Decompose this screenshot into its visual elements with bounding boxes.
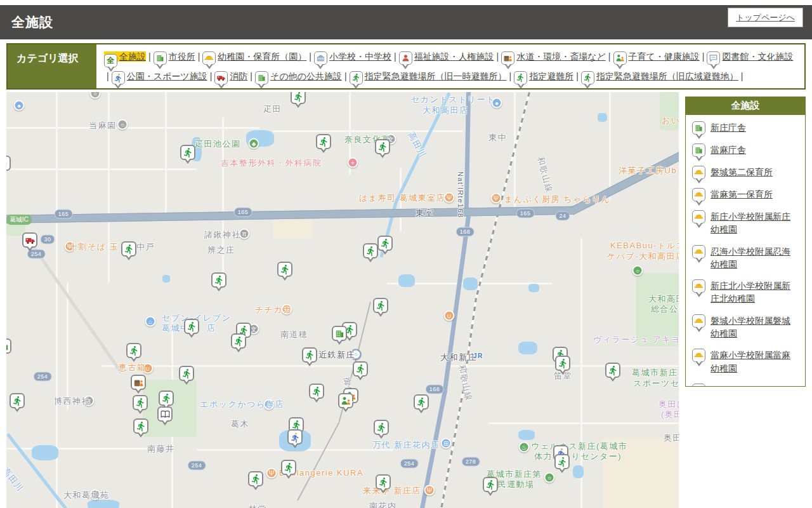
separator: | bbox=[344, 71, 347, 81]
runner-marker[interactable] bbox=[133, 418, 148, 434]
cart-poi-icon: ⊞ bbox=[441, 438, 452, 449]
map-label: はま寿司 葛城東室店 bbox=[359, 192, 445, 204]
building-marker[interactable] bbox=[6, 338, 11, 354]
map-label: 大和高田店 bbox=[422, 105, 469, 116]
runner-marker[interactable] bbox=[291, 92, 306, 104]
runner-marker[interactable] bbox=[377, 236, 393, 251]
runner-marker[interactable] bbox=[414, 394, 429, 410]
runner-marker[interactable] bbox=[277, 262, 292, 277]
lock-poi-icon: ● bbox=[14, 100, 25, 111]
childcare-marker[interactable] bbox=[338, 393, 353, 408]
map-road-shape bbox=[609, 92, 611, 200]
facility-link-7[interactable]: 新庄北小学校附属新庄北幼稚園 bbox=[710, 279, 799, 305]
category-link-2[interactable]: 市役所 bbox=[154, 51, 195, 62]
facility-link-4[interactable]: 當麻第一保育所 bbox=[710, 188, 773, 201]
map-label: ケバブ-大和高田店 bbox=[607, 251, 679, 262]
graydot-poi-icon: ○ bbox=[117, 119, 128, 130]
greendot-poi-icon: ○ bbox=[544, 472, 555, 483]
category-link-6[interactable]: 水道・環境・斎場など bbox=[501, 51, 606, 62]
category-link-7[interactable]: 子育て・健康施設 bbox=[613, 51, 700, 62]
map-label: 大和新庄 bbox=[440, 352, 477, 363]
waste-marker[interactable] bbox=[131, 375, 146, 390]
facility-link-6[interactable]: 忍海小学校附属忍海幼稚園 bbox=[710, 245, 799, 271]
page-title: 全施設 bbox=[11, 13, 53, 31]
runner-marker[interactable] bbox=[605, 363, 620, 378]
category-link-13[interactable]: 指定避難所 bbox=[514, 71, 573, 81]
map-pond-shape bbox=[463, 277, 478, 290]
category-link-8[interactable]: 図書館・文化施設 bbox=[707, 51, 793, 62]
map-label: 辨之庄 bbox=[207, 244, 235, 256]
runner-marker[interactable] bbox=[6, 156, 11, 171]
category-link-12[interactable]: 指定緊急避難場所（旧一時避難所） bbox=[350, 71, 507, 81]
route-shield-165: 165 bbox=[234, 208, 252, 217]
category-link-14[interactable]: 指定緊急避難場所（旧広域避難地） bbox=[581, 71, 738, 81]
runner-marker[interactable] bbox=[179, 366, 194, 381]
runner-marker[interactable] bbox=[353, 361, 368, 377]
facility-link-5[interactable]: 新庄小学校附属新庄幼稚園 bbox=[710, 210, 799, 236]
facility-list: 新庄庁舎當麻庁舎磐城第二保育所當麻第一保育所新庄小学校附属新庄幼稚園忍海小学校附… bbox=[685, 115, 806, 387]
runner-marker[interactable] bbox=[309, 384, 324, 399]
separator: | bbox=[497, 51, 499, 62]
runner-marker[interactable] bbox=[248, 471, 263, 486]
runner-marker[interactable] bbox=[121, 241, 136, 257]
runner-marker[interactable] bbox=[374, 420, 389, 435]
runner-marker[interactable] bbox=[184, 319, 199, 334]
runner-marker[interactable] bbox=[483, 477, 498, 492]
category-link-9[interactable]: 公園・スポーツ施設 bbox=[112, 71, 207, 81]
facility-link-8[interactable]: 磐城小学校附属磐城幼稚園 bbox=[710, 314, 799, 340]
category-link-5[interactable]: 福祉施設・人権施設 bbox=[399, 51, 494, 62]
map-beige-shape bbox=[273, 216, 312, 239]
route-shield-165: 165 bbox=[516, 209, 535, 218]
separator: | bbox=[198, 51, 200, 62]
runner-icon bbox=[581, 71, 594, 84]
runner-marker[interactable] bbox=[363, 243, 378, 258]
map-pond-shape bbox=[518, 430, 535, 440]
map-label: 和歌山線 bbox=[535, 156, 555, 194]
category-link-3[interactable]: 幼稚園・保育所（園） bbox=[202, 51, 306, 62]
facility-list-item: 當麻小学校附属當麻幼稚園 bbox=[692, 349, 799, 375]
facility-link-3[interactable]: 磐城第二保育所 bbox=[710, 166, 773, 179]
runner-marker[interactable] bbox=[376, 474, 391, 490]
category-link-1[interactable]: 全全施設 bbox=[104, 51, 146, 62]
map-label: スポーツセン bbox=[633, 378, 679, 389]
map-label: 南花内 bbox=[369, 500, 397, 508]
facility-link-9[interactable]: 當麻小学校附属當麻幼稚園 bbox=[710, 349, 799, 375]
runner-marker[interactable] bbox=[281, 460, 296, 475]
tree-poi-icon: ♣ bbox=[249, 138, 259, 149]
facility-link-2[interactable]: 當麻庁舎 bbox=[710, 144, 746, 157]
runner-marker[interactable] bbox=[159, 391, 174, 406]
runner-marker[interactable] bbox=[211, 272, 226, 288]
runner-marker[interactable] bbox=[373, 298, 388, 313]
route-shield-254: 254 bbox=[188, 461, 206, 471]
separator: | bbox=[250, 71, 252, 81]
map-pond-shape bbox=[162, 275, 170, 283]
map-label: 奥田 bbox=[664, 432, 679, 444]
facility-map[interactable]: 3016516516524168168254254254254278○●●○文♣… bbox=[6, 92, 679, 508]
top-page-link[interactable]: トップページへ bbox=[736, 13, 795, 22]
map-label: 十割そば 玉 bbox=[69, 241, 119, 253]
runner-marker[interactable] bbox=[133, 395, 148, 410]
building-marker[interactable] bbox=[332, 326, 347, 341]
runner-marker[interactable] bbox=[302, 347, 317, 363]
hat-icon bbox=[692, 314, 705, 328]
runner-marker[interactable] bbox=[554, 454, 570, 469]
conv-poi-icon: ⌂ bbox=[145, 316, 156, 327]
map-label: 店 bbox=[207, 323, 216, 334]
book-marker[interactable] bbox=[157, 406, 173, 422]
category-link-11[interactable]: その他の公共施設 bbox=[255, 71, 342, 81]
hat-icon bbox=[692, 245, 705, 258]
facility-link-1[interactable]: 新庄庁舎 bbox=[710, 121, 746, 135]
runner-marker[interactable] bbox=[375, 139, 390, 154]
category-link-10[interactable]: 消防 bbox=[214, 71, 247, 81]
runner-marker[interactable] bbox=[316, 134, 331, 149]
runner-marker[interactable] bbox=[10, 393, 25, 408]
runner-marker[interactable] bbox=[180, 145, 195, 160]
hat-icon bbox=[692, 349, 705, 362]
runner-marker[interactable] bbox=[126, 343, 141, 358]
runner-marker[interactable] bbox=[555, 356, 570, 371]
category-link-4[interactable]: 小学校・中学校 bbox=[314, 51, 391, 62]
map-label: 大和葛城苑 bbox=[63, 490, 110, 501]
map-pond-shape bbox=[528, 284, 539, 292]
firetruck-marker[interactable] bbox=[22, 232, 37, 248]
sports-icon bbox=[112, 71, 125, 84]
